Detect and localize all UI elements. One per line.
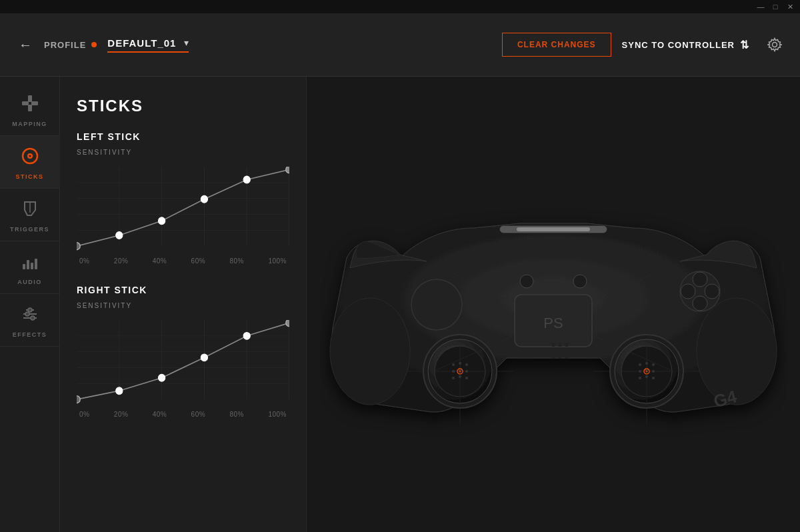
sync-to-controller-button[interactable]: SYNC TO CONTROLLER ⇅ (622, 39, 749, 51)
left-sensitivity-label: SENSITIVITY (77, 149, 289, 156)
sidebar: MAPPING STICKS TRIGGERS (0, 77, 60, 532)
left-stick-curve[interactable] (77, 167, 289, 253)
axis-label-r20: 20% (114, 411, 129, 418)
page-title: STICKS (77, 97, 289, 115)
title-bar: — □ ✕ (0, 0, 800, 13)
svg-point-89 (558, 343, 562, 347)
left-stick-axis-labels: 0% 20% 40% 60% 80% 100% (77, 257, 289, 265)
audio-icon (21, 252, 39, 275)
axis-label-60: 60% (191, 257, 206, 265)
svg-point-88 (551, 343, 555, 347)
svg-point-83 (693, 272, 707, 287)
svg-point-85 (705, 284, 719, 299)
svg-point-49 (330, 298, 410, 405)
sticks-icon (21, 147, 39, 169)
sidebar-label-triggers: TRIGGERS (10, 226, 49, 233)
svg-point-16 (31, 316, 35, 320)
back-button[interactable]: ← (13, 33, 37, 57)
svg-point-93 (551, 355, 555, 359)
svg-rect-9 (23, 264, 25, 269)
settings-button[interactable] (763, 33, 787, 57)
svg-point-45 (158, 374, 165, 381)
right-stick-axis-labels: 0% 20% 40% 60% 80% 100% (77, 411, 289, 418)
svg-rect-4 (31, 101, 38, 105)
svg-point-28 (77, 243, 80, 250)
controller-body: PS (330, 223, 777, 425)
axis-label-r0: 0% (79, 411, 89, 418)
sync-icon: ⇅ (740, 39, 749, 51)
svg-text:PS: PS (543, 315, 563, 331)
axis-label-r80: 80% (230, 411, 245, 418)
clear-changes-button[interactable]: CLEAR CHANGES (502, 33, 611, 57)
svg-point-32 (243, 176, 250, 183)
sidebar-item-audio[interactable]: AUDIO (0, 241, 60, 294)
profile-section: PROFILE DEFAULT_01 ▾ (44, 37, 189, 53)
close-button[interactable]: ✕ (785, 2, 795, 11)
mapping-icon (21, 94, 39, 117)
axis-label-20: 20% (114, 257, 129, 265)
axis-label-100: 100% (268, 257, 287, 265)
main-layout: MAPPING STICKS TRIGGERS (0, 77, 800, 532)
svg-point-92 (561, 349, 565, 353)
profile-label: PROFILE (44, 40, 86, 50)
svg-point-97 (520, 275, 533, 288)
content-area: STICKS LEFT STICK SENSITIVITY (60, 77, 307, 532)
svg-point-79 (652, 377, 655, 379)
sidebar-item-triggers[interactable]: TRIGGERS (0, 189, 60, 241)
svg-point-84 (681, 284, 695, 299)
svg-point-57 (452, 363, 455, 366)
sidebar-label-audio: AUDIO (17, 279, 42, 285)
sync-label: SYNC TO CONTROLLER (622, 40, 735, 50)
title-bar-controls: — □ ✕ (756, 2, 795, 11)
svg-point-33 (286, 167, 289, 173)
svg-point-31 (201, 195, 207, 203)
axis-label-40: 40% (153, 257, 167, 265)
svg-point-7 (29, 155, 31, 157)
svg-point-95 (565, 355, 569, 359)
svg-rect-11 (31, 263, 33, 269)
minimize-button[interactable]: — (756, 2, 765, 11)
profile-indicator-dot (91, 42, 97, 47)
axis-label-r60: 60% (191, 411, 206, 418)
triggers-icon (21, 199, 39, 222)
svg-point-59 (465, 363, 468, 366)
gear-icon (767, 37, 782, 52)
svg-point-43 (77, 396, 80, 403)
svg-point-18 (28, 308, 32, 312)
svg-point-47 (243, 332, 250, 339)
left-stick-title: LEFT STICK (77, 131, 289, 142)
svg-point-50 (697, 298, 777, 405)
svg-point-77 (639, 377, 641, 379)
svg-rect-12 (35, 259, 37, 269)
header: ← PROFILE DEFAULT_01 ▾ CLEAR CHANGES SYN… (0, 13, 800, 77)
svg-point-98 (573, 275, 587, 288)
svg-point-48 (286, 320, 289, 327)
svg-point-91 (555, 349, 559, 353)
sidebar-item-mapping[interactable]: MAPPING (0, 83, 60, 136)
right-stick-section: RIGHT STICK SENSITIVITY (77, 285, 289, 418)
controller-area: PS (307, 77, 800, 532)
profile-dropdown[interactable]: DEFAULT_01 ▾ (107, 37, 189, 53)
dropdown-arrow-icon: ▾ (184, 37, 189, 48)
svg-rect-1 (28, 95, 32, 102)
axis-label-80: 80% (230, 257, 245, 265)
axis-label-r100: 100% (268, 411, 287, 418)
sidebar-label-mapping: MAPPING (12, 121, 47, 127)
sidebar-label-effects: EFFECTS (13, 331, 47, 338)
right-stick-title: RIGHT STICK (77, 285, 289, 295)
axis-label-0: 0% (79, 257, 89, 265)
sidebar-item-effects[interactable]: EFFECTS (0, 294, 60, 347)
sidebar-item-sticks[interactable]: STICKS (0, 136, 60, 189)
svg-point-71 (639, 363, 641, 366)
left-stick-section: LEFT STICK SENSITIVITY (77, 131, 289, 265)
effects-icon (21, 305, 39, 327)
right-stick-curve[interactable] (77, 320, 289, 407)
sidebar-label-sticks: STICKS (15, 173, 43, 180)
svg-point-86 (693, 296, 707, 311)
svg-point-73 (652, 363, 655, 366)
axis-label-r40: 40% (153, 411, 167, 418)
svg-point-44 (116, 387, 123, 395)
maximize-button[interactable]: □ (771, 2, 780, 11)
svg-point-90 (565, 343, 569, 347)
svg-point-0 (773, 43, 777, 47)
